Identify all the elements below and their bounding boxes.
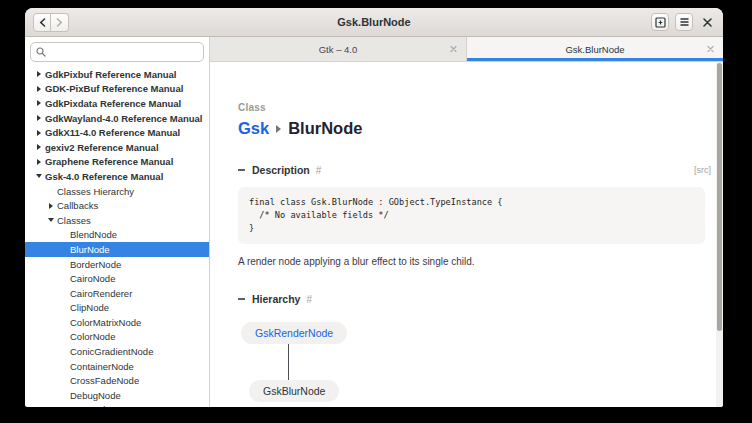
scrollbar[interactable]	[716, 62, 723, 407]
tree-item-label: GdkX11-4.0 Reference Manual	[45, 127, 180, 138]
tree-item-label: Gsk-4.0 Reference Manual	[45, 171, 163, 182]
expander-right-icon[interactable]	[33, 115, 45, 121]
tree-item-glrenderer[interactable]: GLRenderer	[25, 403, 209, 407]
tree-item-gdkpixbuf-reference-manual[interactable]: GdkPixbuf Reference Manual	[25, 67, 209, 82]
back-button[interactable]	[33, 13, 51, 32]
menu-button[interactable]	[675, 13, 693, 31]
section-title: Description	[252, 164, 310, 176]
tab-bar: Gtk – 4.0 Gsk.BlurNode	[210, 37, 723, 62]
tree-item-blendnode[interactable]: BlendNode	[25, 228, 209, 243]
hamburger-menu-icon	[680, 18, 689, 26]
tree-item-callbacks[interactable]: Callbacks	[25, 198, 209, 213]
chevron-left-icon	[39, 18, 46, 27]
tree-item-label: Graphene Reference Manual	[45, 156, 173, 167]
tree-item-gdkpixdata-reference-manual[interactable]: GdkPixdata Reference Manual	[25, 96, 209, 111]
kind-label: Class	[238, 102, 711, 113]
expander-right-icon[interactable]	[33, 130, 45, 136]
hierarchy-node-gskblurnode: GskBlurNode	[249, 380, 339, 402]
tree-item-label: gexiv2 Reference Manual	[45, 142, 159, 153]
expander-right-icon[interactable]	[33, 100, 45, 106]
page-title: Gsk BlurNode	[238, 119, 711, 138]
tree-item-blurnode[interactable]: BlurNode	[25, 242, 209, 257]
tree-item-label: GdkPixbuf Reference Manual	[45, 69, 176, 80]
expander-right-icon[interactable]	[33, 86, 45, 92]
tab-close-icon[interactable]	[707, 46, 714, 53]
search-input[interactable]	[30, 42, 204, 62]
tree-item-debugnode[interactable]: DebugNode	[25, 388, 209, 403]
tree-item-label: ColorMatrixNode	[70, 317, 141, 328]
tab-close-icon[interactable]	[450, 46, 457, 53]
collapse-icon[interactable]	[238, 166, 246, 174]
namespace-link[interactable]: Gsk	[238, 119, 269, 138]
tree-item-label: ClipNode	[70, 302, 109, 313]
tree-item-cairorenderer[interactable]: CairoRenderer	[25, 286, 209, 301]
tab-label: Gtk – 4.0	[319, 44, 358, 55]
tab-gsk-blurnode[interactable]: Gsk.BlurNode	[467, 37, 723, 61]
content-column: Gtk – 4.0 Gsk.BlurNode Class Gsk	[210, 37, 723, 407]
anchor-link[interactable]: #	[316, 165, 322, 176]
tree-item-caironode[interactable]: CairoNode	[25, 271, 209, 286]
tree-item-conicgradientnode[interactable]: ConicGradientNode	[25, 344, 209, 359]
src-link[interactable]: [src]	[694, 165, 711, 175]
titlebar: Gsk.BlurNode	[25, 8, 723, 37]
close-icon	[703, 18, 712, 27]
tree-item-gdkwayland-4-0-reference-manual[interactable]: GdkWayland-4.0 Reference Manual	[25, 111, 209, 126]
hierarchy-node-gskrendernode[interactable]: GskRenderNode	[241, 322, 347, 344]
expander-right-icon[interactable]	[33, 159, 45, 165]
tree-item-classes-hierarchy[interactable]: Classes Hierarchy	[25, 184, 209, 199]
close-window-button[interactable]	[699, 14, 715, 30]
hierarchy-connector-line	[288, 344, 289, 380]
chevron-right-icon	[56, 18, 63, 27]
code-block: final class Gsk.BlurNode : GObject.TypeI…	[238, 187, 705, 244]
search-field[interactable]	[50, 47, 198, 57]
expander-down-icon[interactable]	[33, 174, 45, 178]
expander-right-icon[interactable]	[33, 71, 45, 77]
search-icon	[36, 47, 46, 57]
tree-item-gexiv2-reference-manual[interactable]: gexiv2 Reference Manual	[25, 140, 209, 155]
tree-item-label: GdkWayland-4.0 Reference Manual	[45, 113, 203, 124]
scrollbar-thumb[interactable]	[717, 63, 722, 331]
tree-item-containernode[interactable]: ContainerNode	[25, 359, 209, 374]
tree-item-crossfadenode[interactable]: CrossFadeNode	[25, 373, 209, 388]
tree-item-bordernode[interactable]: BorderNode	[25, 257, 209, 272]
tree-item-label: Callbacks	[57, 200, 98, 211]
new-tab-button[interactable]	[651, 13, 669, 31]
tree-item-colornode[interactable]: ColorNode	[25, 330, 209, 345]
tab-gtk-4.0[interactable]: Gtk – 4.0	[210, 37, 467, 61]
tab-label: Gsk.BlurNode	[565, 44, 624, 55]
tree-item-clipnode[interactable]: ClipNode	[25, 301, 209, 316]
description-section-header: Description # [src]	[238, 164, 711, 176]
tree-item-label: BlurNode	[70, 244, 110, 255]
tree-item-label: BorderNode	[70, 259, 121, 270]
sidebar-tree: GdkPixbuf Reference ManualGDK-PixBuf Ref…	[25, 65, 209, 407]
expander-down-icon[interactable]	[45, 218, 57, 222]
tree-item-colormatrixnode[interactable]: ColorMatrixNode	[25, 315, 209, 330]
tree-item-label: GLRenderer	[70, 404, 122, 407]
tree-item-label: DebugNode	[70, 390, 121, 401]
devhelp-window: Gsk.BlurNode	[25, 8, 723, 407]
expander-right-icon[interactable]	[45, 203, 57, 209]
tree-item-graphene-reference-manual[interactable]: Graphene Reference Manual	[25, 155, 209, 170]
tree-item-gdk-pixbuf-reference-manual[interactable]: GDK-PixBuf Reference Manual	[25, 82, 209, 97]
breadcrumb-arrow-icon	[276, 125, 281, 133]
doc-page: Class Gsk BlurNode Description # [src] f…	[210, 62, 723, 407]
forward-button[interactable]	[51, 13, 69, 32]
tree-item-label: GdkPixdata Reference Manual	[45, 98, 181, 109]
tree-item-label: ConicGradientNode	[70, 346, 153, 357]
new-tab-icon	[655, 17, 666, 28]
tree-item-gsk-4-0-reference-manual[interactable]: Gsk-4.0 Reference Manual	[25, 169, 209, 184]
tree-item-label: BlendNode	[70, 229, 117, 240]
section-title: Hierarchy	[252, 293, 300, 305]
collapse-icon[interactable]	[238, 295, 246, 303]
tree-item-label: CairoRenderer	[70, 288, 132, 299]
expander-right-icon[interactable]	[33, 144, 45, 150]
description-text: A render node applying a blur effect to …	[238, 256, 711, 267]
tree-item-gdkx11-4-0-reference-manual[interactable]: GdkX11-4.0 Reference Manual	[25, 125, 209, 140]
hierarchy-diagram: GskRenderNode GskBlurNode	[238, 322, 711, 402]
tree-item-label: CairoNode	[70, 273, 115, 284]
tree-item-classes[interactable]: Classes	[25, 213, 209, 228]
anchor-link[interactable]: #	[306, 294, 312, 305]
hierarchy-section-header: Hierarchy #	[238, 293, 711, 305]
tree-item-label: ContainerNode	[70, 361, 134, 372]
tree-item-label: ColorNode	[70, 331, 115, 342]
